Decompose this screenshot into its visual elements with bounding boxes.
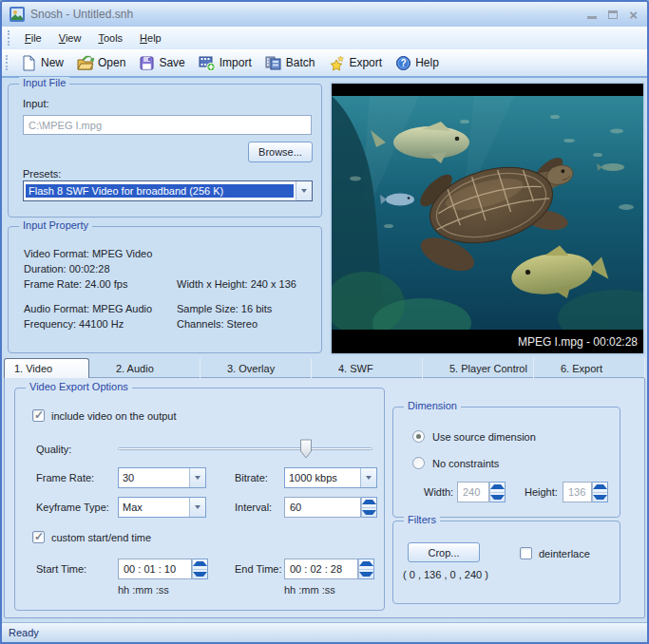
help-button[interactable]: ? Help [389,52,446,74]
new-button[interactable]: New [14,52,70,74]
custom-time-checkbox[interactable] [32,531,45,543]
spin-up-icon[interactable] [359,559,373,570]
height-spinner[interactable] [592,482,608,502]
include-video-checkbox[interactable] [32,409,45,422]
width-field[interactable]: 240 [457,482,489,502]
filters-group: Filters Crop... ( 0 , 136 , 0 , 240 ) de… [392,521,620,604]
frequency-value: Frequency: 44100 Hz [24,318,177,330]
custom-time-row: custom start/end time [32,531,151,543]
spin-up-icon[interactable] [362,498,376,508]
tab-strip: 1. Video 2. Audio 3. Overlay 4. SWF 5. P… [4,358,645,378]
no-constraints-radio[interactable] [412,457,425,469]
input-path-field[interactable]: C:\MPEG I.mpg [23,115,312,135]
frame-rate-row: Frame Rate: 30 Bitrate: 1000 kbps [36,467,377,488]
custom-time-label: custom start/end time [51,532,151,543]
import-button[interactable]: Import [192,52,258,74]
batch-button[interactable]: Batch [258,52,322,74]
menu-bar: File View Tools Help [2,27,647,49]
tab-audio[interactable]: 2. Audio [89,358,200,378]
save-button[interactable]: Save [132,52,191,74]
frame-rate-value: Frame Rate: 24.00 fps [24,278,177,290]
frame-rate-dropdown-button[interactable] [189,468,205,487]
menu-help[interactable]: Help [131,29,170,47]
deinterlace-checkbox[interactable] [520,547,532,559]
keyframe-type-dropdown-button[interactable] [189,498,205,517]
input-property-group: Input Property Video Format: MPEG Video … [8,226,322,353]
spin-up-icon[interactable] [193,559,207,570]
spin-down-icon[interactable] [490,493,505,502]
frame-rate-label: Frame Rate: [36,472,118,483]
width-height-row: Width: 240 Height: 136 [424,482,608,502]
start-time-format-hint: hh :mm :ss [118,584,169,596]
crop-button[interactable]: Crop... [408,542,480,562]
tab-swf[interactable]: 4. SWF [312,358,423,378]
frame-rate-value: 30 [123,472,134,483]
start-time-spinner[interactable] [192,559,208,579]
video-export-options-group: Video Export Options include video on th… [14,388,385,611]
open-folder-icon [77,55,94,71]
svg-text:?: ? [401,58,407,68]
frame-rate-dropdown[interactable]: 30 [118,467,206,488]
use-source-label: Use source dimension [432,431,536,443]
width-spinner[interactable] [489,482,506,502]
browse-button[interactable]: Browse... [248,142,313,162]
presets-selected-value: Flash 8 SWF Video for broadband (256 K) [26,184,294,198]
spin-up-icon[interactable] [490,483,505,493]
audio-format-value: Audio Format: MPEG Audio [24,303,177,314]
chevron-down-icon [195,505,200,509]
dimension-legend: Dimension [404,400,461,411]
export-button[interactable]: Export [321,52,389,74]
quality-label: Quality: [36,444,71,455]
interval-label: Interval: [235,502,284,513]
tab-video[interactable]: 1. Video [4,358,89,378]
use-source-radio[interactable] [412,430,425,443]
presets-dropdown-button[interactable] [296,181,312,200]
height-label: Height: [525,486,563,498]
menu-tools[interactable]: Tools [89,29,131,47]
use-source-row: Use source dimension [412,430,536,443]
height-field[interactable]: 136 [563,482,592,502]
tab-export[interactable]: 6. Export [534,358,645,378]
interval-spinner[interactable] [361,497,377,518]
end-time-spinner[interactable] [358,559,374,579]
bitrate-value: 1000 kbps [289,472,337,483]
spin-down-icon[interactable] [359,570,373,579]
title-bar: Snosh - Untitled.snh × [2,2,647,27]
bitrate-dropdown-button[interactable] [360,468,376,487]
quality-slider-track[interactable] [118,447,372,450]
tab-player-control[interactable]: 5. Player Control [423,358,534,378]
save-button-label: Save [159,56,184,69]
no-constraints-label: No constraints [432,458,499,469]
open-button-label: Open [98,56,125,69]
keyframe-type-label: Keyframe Type: [36,502,118,513]
open-button[interactable]: Open [70,52,132,74]
quality-slider[interactable] [118,438,372,461]
keyframe-type-dropdown[interactable]: Max [118,497,206,518]
spin-down-icon[interactable] [362,508,376,518]
end-time-field[interactable]: 00 : 02 : 28 [284,559,358,579]
video-preview-panel: MPEG I.mpg - 00:02:28 [330,82,645,355]
toolbar: New Open Save [2,49,647,78]
spin-up-icon[interactable] [593,483,607,493]
menu-view[interactable]: View [50,29,90,47]
deinterlace-row: deinterlace [520,547,590,559]
dimension-group: Dimension Use source dimension No constr… [392,407,620,518]
presets-dropdown[interactable]: Flash 8 SWF Video for broadband (256 K) [23,180,313,201]
include-video-label: include video on the output [51,410,177,422]
interval-field[interactable]: 60 [284,497,361,518]
start-time-field[interactable]: 00 : 01 : 10 [118,559,192,579]
include-video-row: include video on the output [32,409,177,422]
new-button-label: New [41,56,64,69]
minimize-icon[interactable] [587,16,597,19]
tab-overlay[interactable]: 3. Overlay [200,358,312,378]
width-label: Width: [424,486,457,498]
maximize-icon[interactable] [608,10,618,19]
quality-slider-thumb[interactable] [300,439,313,461]
bitrate-dropdown[interactable]: 1000 kbps [284,467,377,488]
close-icon[interactable]: × [629,8,638,22]
menu-file[interactable]: File [16,29,50,47]
spin-down-icon[interactable] [593,493,607,502]
spin-down-icon[interactable] [193,570,207,579]
batch-icon [265,55,282,71]
keyframe-type-value: Max [123,502,143,513]
